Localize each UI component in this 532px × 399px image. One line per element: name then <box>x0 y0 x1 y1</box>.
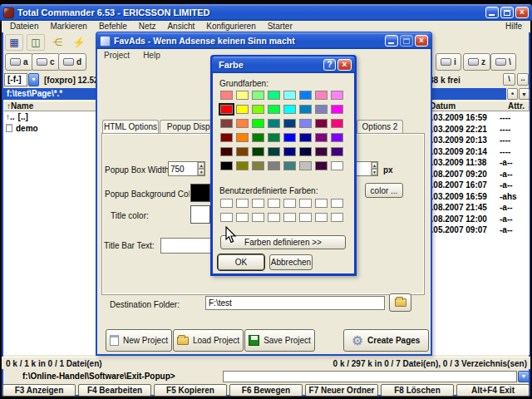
toolbar-button[interactable]: ◫ <box>27 34 45 51</box>
color-cell[interactable] <box>315 105 328 114</box>
color-cell[interactable] <box>220 147 233 156</box>
create-pages-button[interactable]: ⚙ Create Pages <box>343 329 429 352</box>
custom-color-cell[interactable] <box>220 213 233 222</box>
color-cell[interactable] <box>236 105 249 114</box>
color-cell[interactable] <box>236 161 249 170</box>
color-cell[interactable] <box>331 105 343 114</box>
color-cell[interactable] <box>283 105 296 114</box>
cancel-button[interactable]: Abbrechen <box>269 254 313 270</box>
color-cell[interactable] <box>331 133 343 142</box>
color-cell[interactable] <box>315 161 328 170</box>
color-cell[interactable] <box>315 91 328 100</box>
color-cell[interactable] <box>252 105 264 114</box>
color-cell[interactable] <box>331 91 343 100</box>
table-row[interactable]: 9.03.2009 16:59 -ahs <box>426 192 530 204</box>
color-cell[interactable] <box>299 133 312 142</box>
custom-color-cell[interactable] <box>283 199 296 208</box>
main-titlebar[interactable]: Total Commander 6.53 - ERICSSON LIMITED … <box>0 4 532 21</box>
table-row[interactable]: 9.03.2009 16:59 ---- <box>426 113 530 125</box>
drive-selector[interactable]: [-f-] <box>4 73 27 86</box>
ok-button[interactable]: OK <box>218 254 264 270</box>
color-cell[interactable] <box>283 91 296 100</box>
menu-item[interactable]: Netz <box>139 22 156 32</box>
browse-folder-button[interactable] <box>389 293 411 312</box>
custom-color-cell[interactable] <box>315 199 328 208</box>
color-cell[interactable] <box>252 119 264 128</box>
parent-dir-button[interactable]: .. <box>517 73 529 86</box>
custom-color-cell[interactable] <box>252 199 264 208</box>
title-color-swatch[interactable] <box>190 205 210 224</box>
function-key-button[interactable]: F6 Bewegen <box>229 384 303 397</box>
spinner-up-icon[interactable]: ▲ <box>198 162 204 169</box>
function-key-button[interactable]: Alt+F4 Exit <box>456 384 530 397</box>
color-cell[interactable] <box>268 91 280 100</box>
spinner-up-icon[interactable]: ▲ <box>372 162 377 169</box>
history-dropdown-button[interactable]: ▼ <box>519 88 530 100</box>
close-button[interactable]: × <box>515 7 529 18</box>
color-cell[interactable] <box>252 147 264 156</box>
spinner-down-icon[interactable]: ▼ <box>198 169 204 175</box>
color-cell[interactable] <box>220 133 233 142</box>
right-path-bar[interactable] <box>426 88 506 100</box>
custom-color-cell[interactable] <box>268 199 280 208</box>
toolbar-button[interactable]: ⚡ <box>70 34 88 51</box>
destination-folder-input[interactable] <box>205 296 385 310</box>
custom-color-cell[interactable] <box>331 199 343 208</box>
table-row[interactable]: 6.08.2007 16:07 -a-- <box>426 180 530 192</box>
spinner-down-icon[interactable]: ▼ <box>372 169 377 175</box>
define-colors-button[interactable]: Farben definieren >> <box>220 235 346 249</box>
color-cell[interactable] <box>268 147 280 156</box>
color-cell[interactable] <box>299 147 312 156</box>
function-key-button[interactable]: F4 Bearbeiten <box>78 384 151 397</box>
color-cell[interactable] <box>252 161 264 170</box>
drive-button[interactable]: c <box>32 53 60 71</box>
history-dot-button[interactable]: • <box>507 88 518 100</box>
color-cell[interactable] <box>236 147 249 156</box>
custom-color-cell[interactable] <box>252 213 264 222</box>
color-cell[interactable] <box>236 119 249 128</box>
favads-minimize-button[interactable] <box>385 35 398 47</box>
minimize-button[interactable] <box>485 7 499 18</box>
toolbar-button[interactable]: ⋲ <box>48 34 66 51</box>
color-cell[interactable] <box>236 133 249 142</box>
popup-box-width-stepper[interactable]: ▲▼ <box>168 161 205 176</box>
table-row[interactable]: 6.03.2009 20:14 ---- <box>426 147 530 159</box>
command-history-dropdown[interactable]: ▼ <box>518 371 530 382</box>
menu-item[interactable]: Befehle <box>99 22 127 32</box>
popup-background-color-swatch[interactable] <box>190 184 210 202</box>
table-row[interactable]: 6.08.2007 21:45 -a-- <box>426 203 530 214</box>
menu-item[interactable]: Help <box>143 51 160 61</box>
color-cell[interactable] <box>283 133 296 142</box>
custom-color-cell[interactable] <box>236 213 249 222</box>
color-cell[interactable] <box>236 91 249 100</box>
menu-item[interactable]: Markieren <box>50 22 86 32</box>
root-dir-button[interactable]: \ <box>503 73 515 86</box>
color-cell[interactable] <box>315 119 328 128</box>
custom-color-cell[interactable] <box>315 213 328 222</box>
drive-button[interactable]: z <box>463 53 490 71</box>
color-cell[interactable] <box>220 91 233 100</box>
menu-item[interactable]: Ansicht <box>167 22 195 32</box>
color-cell[interactable] <box>315 133 328 142</box>
color-cell[interactable] <box>299 161 312 170</box>
drive-dropdown-button[interactable]: ▼ <box>28 73 39 86</box>
table-row[interactable]: 3.08.2007 09:20 -a-- <box>426 170 530 181</box>
color-cell[interactable] <box>268 119 280 128</box>
color-cell[interactable] <box>283 147 296 156</box>
custom-color-cell[interactable] <box>331 213 343 222</box>
tab-html-options[interactable]: HTML Options <box>102 120 159 135</box>
load-project-button[interactable]: Load Project <box>173 329 244 352</box>
table-row[interactable]: 3.03.2009 22:21 ---- <box>426 125 530 136</box>
drive-button[interactable]: d <box>58 53 86 71</box>
custom-color-cell[interactable] <box>299 199 312 208</box>
color-cell[interactable] <box>331 119 343 128</box>
custom-color-cell[interactable] <box>220 199 233 208</box>
menu-item[interactable]: Project <box>104 51 130 61</box>
table-row[interactable]: 1.05.2007 09:07 -a-- <box>426 225 530 237</box>
function-key-button[interactable]: F3 Anzeigen <box>2 384 76 397</box>
right-column-header[interactable]: Datum Attr. <box>426 101 530 111</box>
color-cell[interactable] <box>268 105 280 114</box>
save-project-button[interactable]: Save Project <box>244 329 315 352</box>
tab-options-2[interactable]: Options 2 <box>357 120 403 135</box>
color-cell[interactable] <box>220 119 233 128</box>
